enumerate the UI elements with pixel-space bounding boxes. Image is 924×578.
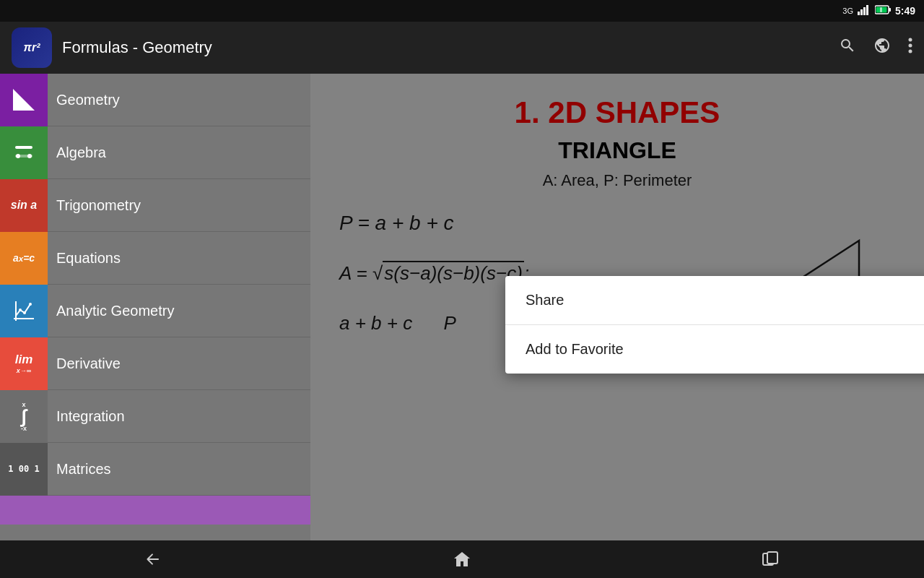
sidebar-item-geometry[interactable]: Geometry [0, 74, 310, 126]
status-bar: 3G 5:49 [0, 0, 924, 22]
context-menu: Share Add to Favorite [505, 276, 924, 374]
app-icon-text: πr² [24, 41, 40, 54]
sidebar-item-algebra[interactable]: Algebra [0, 126, 310, 179]
svg-rect-1 [860, 9, 863, 15]
svg-rect-0 [858, 12, 860, 15]
sidebar: Geometry Algebra sin a Trigonometry ax=c [0, 74, 310, 540]
svg-rect-12 [15, 146, 32, 149]
geometry-label: Geometry [48, 92, 120, 108]
svg-point-10 [909, 50, 912, 53]
globe-icon[interactable] [873, 37, 891, 59]
sidebar-item-integration[interactable]: x ∫ -x Integration [0, 390, 310, 443]
signal-bars [858, 5, 871, 17]
svg-point-19 [23, 311, 26, 314]
svg-rect-5 [889, 8, 891, 12]
app-icon: πr² [12, 27, 52, 68]
svg-rect-7 [880, 7, 882, 12]
geometry-icon [0, 74, 48, 126]
more-options-icon[interactable] [908, 37, 912, 59]
sidebar-item-matrices[interactable]: 1 0 0 1 Matrices [0, 443, 310, 496]
algebra-icon [0, 126, 48, 179]
back-button[interactable] [132, 545, 175, 574]
bottom-nav [0, 540, 924, 578]
trigonometry-icon: sin a [0, 179, 48, 232]
status-icons: 3G 5:49 [842, 5, 915, 17]
equations-icon: ax=c [0, 232, 48, 285]
sidebar-item-analytic[interactable]: Analytic Geometry [0, 285, 310, 337]
integration-label: Integration [48, 408, 125, 425]
app-title: Formulas - Geometry [62, 38, 829, 57]
svg-point-8 [909, 38, 912, 42]
app-bar: πr² Formulas - Geometry [0, 22, 924, 74]
search-icon[interactable] [839, 37, 856, 59]
svg-point-15 [27, 154, 32, 158]
derivative-label: Derivative [48, 355, 121, 372]
matrices-label: Matrices [48, 461, 111, 478]
sidebar-item-derivative[interactable]: lim x→∞ Derivative [0, 337, 310, 390]
svg-rect-27 [767, 552, 777, 564]
share-menu-item[interactable]: Share [505, 276, 924, 325]
home-button[interactable] [440, 545, 484, 574]
equations-label: Equations [48, 250, 121, 267]
sidebar-extra-item [0, 496, 310, 525]
svg-rect-3 [866, 5, 868, 15]
analytic-label: Analytic Geometry [48, 303, 174, 319]
battery-icon [875, 5, 891, 17]
svg-point-9 [909, 44, 912, 48]
derivative-icon: lim x→∞ [0, 337, 48, 390]
svg-point-18 [19, 309, 22, 311]
matrices-icon: 1 0 0 1 [0, 443, 48, 496]
svg-rect-2 [863, 7, 866, 15]
svg-point-20 [29, 303, 32, 306]
algebra-label: Algebra [48, 144, 106, 161]
app-bar-actions [839, 37, 912, 59]
signal-icon: 3G [842, 7, 853, 15]
content-area: 1. 2D SHAPES TRIANGLE A: Area, P: Perime… [310, 74, 924, 540]
status-time: 5:49 [895, 5, 915, 17]
integration-icon: x ∫ -x [0, 390, 48, 443]
trigonometry-label: Trigonometry [48, 197, 141, 214]
add-to-favorite-menu-item[interactable]: Add to Favorite [505, 325, 924, 374]
recent-apps-button[interactable] [749, 545, 792, 574]
sidebar-item-equations[interactable]: ax=c Equations [0, 232, 310, 285]
main-layout: Geometry Algebra sin a Trigonometry ax=c [0, 74, 924, 540]
svg-marker-11 [13, 89, 35, 111]
sidebar-item-trigonometry[interactable]: sin a Trigonometry [0, 179, 310, 232]
analytic-icon [0, 285, 48, 337]
